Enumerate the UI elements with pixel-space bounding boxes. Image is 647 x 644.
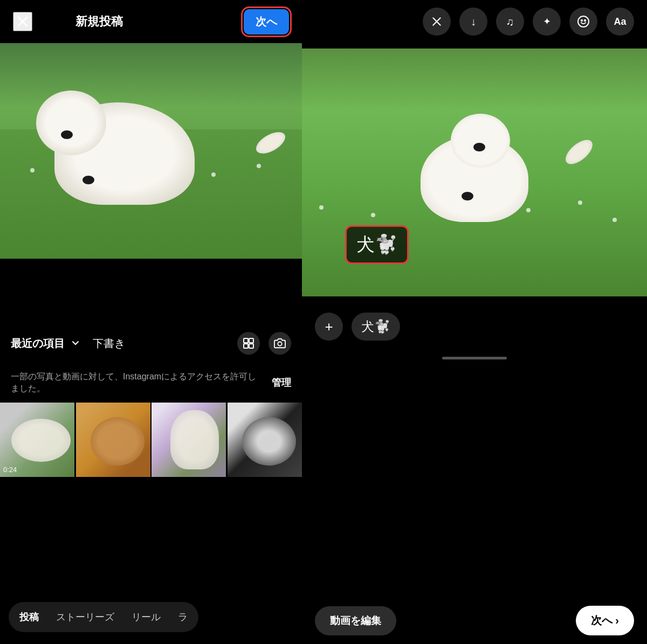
right-controls: + 犬🐩 (302, 302, 647, 351)
download-button[interactable]: ↓ (459, 8, 487, 36)
right-toolbar: ↓ ♫ ✦ Aa (302, 0, 647, 43)
grid-icon (243, 337, 254, 349)
download-icon: ↓ (471, 16, 476, 28)
text-icon: Aa (614, 16, 626, 27)
next-right-button[interactable]: 次へ › (576, 606, 634, 635)
svg-rect-4 (244, 344, 248, 348)
draft-label: 下書き (93, 336, 125, 351)
edit-video-button[interactable]: 動画を編集 (315, 606, 396, 635)
left-panel: 新規投稿 次へ (0, 0, 302, 644)
add-sticker-button[interactable]: + (315, 313, 343, 341)
svg-point-9 (578, 16, 589, 27)
music-button[interactable]: ♫ (496, 8, 524, 36)
music-icon: ♫ (506, 16, 514, 28)
tab-reels[interactable]: リール (132, 611, 161, 624)
dog-head-right (451, 114, 510, 168)
chevron-down-icon (71, 339, 80, 348)
svg-point-6 (278, 342, 281, 345)
tab-post[interactable]: 投稿 (19, 611, 39, 624)
right-cancel-button[interactable] (423, 8, 451, 36)
next-button[interactable]: 次へ (244, 9, 289, 34)
camera-button[interactable] (269, 332, 291, 355)
page-title: 新規投稿 (75, 13, 123, 30)
photo-thumb-1[interactable]: 0:24 (0, 403, 74, 477)
photo-thumb-2[interactable] (76, 403, 150, 477)
gallery-title: 最近の項目 (11, 336, 65, 351)
photo-thumb-4[interactable] (228, 403, 302, 477)
sparkle-icon: ✦ (543, 16, 551, 27)
main-image-area (0, 43, 302, 259)
gallery-header: 最近の項目 下書き (0, 323, 302, 363)
svg-point-10 (581, 20, 582, 21)
plus-icon: + (325, 318, 333, 335)
grid-view-button[interactable] (237, 332, 260, 355)
manage-button[interactable]: 管理 (272, 376, 291, 389)
svg-rect-5 (249, 344, 253, 348)
camera-icon (274, 337, 286, 349)
tab-live[interactable]: ラ (178, 611, 188, 624)
sparkle-button[interactable]: ✦ (533, 8, 561, 36)
right-main-image: 犬🐩 (302, 49, 647, 296)
cancel-icon (431, 16, 442, 27)
permission-notice: 一部の写真と動画に対して、Instagramによるアクセスを許可しました。 管理 (0, 363, 302, 403)
permission-text: 一部の写真と動画に対して、Instagramによるアクセスを許可しました。 (11, 371, 261, 395)
video-duration: 0:24 (3, 466, 17, 474)
svg-rect-2 (244, 338, 248, 343)
svg-rect-3 (249, 338, 253, 343)
sticker-dog[interactable]: 犬🐩 (345, 225, 409, 264)
right-bottom-row: 動画を編集 次へ › (302, 597, 647, 644)
close-button[interactable] (13, 12, 32, 31)
text-button[interactable]: Aa (606, 8, 634, 36)
bottom-tabs: 投稿 ストーリーズ リール ラ (9, 602, 198, 632)
sticker-chip-label: 犬🐩 (361, 319, 390, 334)
black-bar (0, 259, 302, 323)
photo-thumb-3[interactable] (152, 403, 226, 477)
right-panel: ↓ ♫ ✦ Aa (302, 0, 647, 644)
svg-point-11 (584, 20, 586, 21)
sticker-label: 犬🐩 (356, 232, 397, 257)
right-divider (442, 357, 507, 359)
header-left: 新規投稿 (13, 12, 123, 31)
main-photo-left (0, 43, 302, 259)
gallery-icons (237, 332, 291, 355)
face-icon (577, 15, 590, 28)
gallery-title-area: 最近の項目 下書き (11, 336, 125, 351)
face-button[interactable] (569, 8, 597, 36)
photo-grid: 0:24 (0, 403, 302, 477)
dog-head-left (36, 91, 106, 155)
header: 新規投稿 次へ (0, 0, 302, 43)
sticker-chip[interactable]: 犬🐩 (352, 313, 400, 341)
tab-stories[interactable]: ストーリーズ (56, 611, 114, 624)
